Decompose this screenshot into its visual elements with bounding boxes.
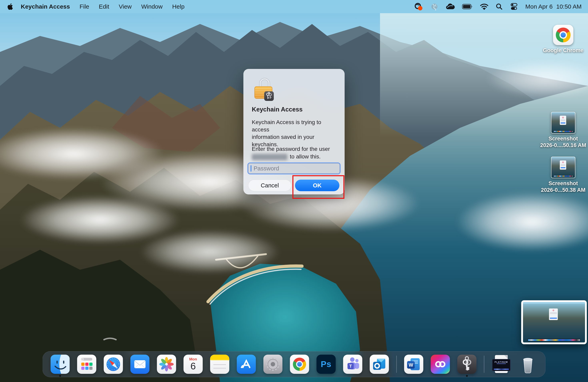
menu-edit[interactable]: Edit [99,3,109,10]
word-logo-letter: W [409,362,413,368]
menu-bar: Keychain Access File Edit View Window He… [0,0,588,13]
desktop-label: Screenshot [541,180,586,187]
dialog-title: Keychain Access [252,106,303,113]
app-store-icon [237,355,256,374]
wifi-icon[interactable] [480,3,488,10]
menu-view[interactable]: View [119,3,132,10]
dock-keychain-access[interactable] [457,355,477,374]
keychain-lock-icon [253,75,276,101]
desktop-label: Screenshot [540,135,586,142]
clock-time: 10:50 AM [556,3,582,10]
dock-notes[interactable] [210,355,230,374]
photoshop-logo-text: Ps [321,360,331,369]
keychain-access-dialog: Keychain Access Keychain Access is tryin… [243,69,345,194]
finder-icon [51,355,70,374]
desktop-label: Google Chrome [543,47,584,54]
running-indicator [59,375,61,377]
desktop-icon-screenshot-1[interactable]: Screenshot 2026-0....50.16 AM [539,112,587,149]
prompt-line1: Enter the password for the user [252,146,330,152]
dock: Mon 6 [42,351,546,377]
screen-record-indicator-icon[interactable] [414,2,423,11]
menu-clock[interactable]: Mon Apr 6 10:50 AM [525,3,582,10]
dock-app-store[interactable] [237,355,256,374]
dock-safari[interactable] [104,355,123,374]
notes-icon [210,355,230,374]
dock-launchpad[interactable] [77,355,96,374]
menu-app-name[interactable]: Keychain Access [21,3,70,10]
password-input[interactable] [248,163,340,174]
cloud-sync-icon[interactable] [446,3,455,10]
system-settings-icon [263,355,283,374]
calendar-day: 6 [184,361,203,372]
dock-photoshop[interactable]: Ps [316,355,336,374]
apple-menu-icon[interactable] [8,3,13,10]
adobe-creative-cloud-icon [431,355,450,374]
dock-google-chrome[interactable] [290,355,309,374]
password-field-focus-ring [247,162,341,174]
platinum-title: PLATINUM [493,361,510,363]
dock-divider [396,356,397,373]
macos-desktop: Keychain Access File Edit View Window He… [0,0,588,382]
dock-photos[interactable] [157,355,176,374]
text-caret [251,165,252,172]
dock-mail[interactable] [130,355,150,374]
clock-date: Mon Apr 6 [525,3,553,10]
dock-calendar[interactable]: Mon 6 [184,355,203,374]
trash-icon [518,355,538,374]
screenshot-thumbnail [551,157,575,178]
launchpad-icon [77,355,96,374]
screenshot-preview-popup[interactable] [521,300,587,344]
microsoft-word-icon: W [404,355,423,374]
dock-microsoft-outlook[interactable] [370,355,389,374]
spotlight-search-icon[interactable] [496,3,503,10]
dock-divider [484,356,484,373]
dock-trash[interactable] [518,355,538,374]
dock-microsoft-teams[interactable]: T [343,355,362,374]
menu-window[interactable]: Window [141,3,163,10]
dock-microsoft-word[interactable]: W [404,355,423,374]
video-thumbnail: PLATINUM [492,359,511,371]
microsoft-teams-icon: T [343,355,362,374]
photoshop-icon: Ps [316,355,336,374]
google-chrome-icon [553,25,573,45]
photos-icon [157,355,176,374]
safari-icon [104,355,123,374]
redacted-username [252,154,287,160]
calendar-icon: Mon 6 [184,355,203,374]
cancel-button[interactable]: Cancel [248,180,291,191]
battery-icon[interactable] [462,4,473,9]
menu-help[interactable]: Help [172,3,185,10]
desktop-label-line2: 2026-0....50.16 AM [540,142,586,149]
keychain-access-icon [457,355,477,374]
teams-logo-letter: T [349,364,352,369]
google-chrome-dock-icon [290,355,309,374]
dock-system-settings[interactable] [263,355,283,374]
menu-file[interactable]: File [80,3,89,10]
desktop-icon-screenshot-2[interactable]: Screenshot 2026-0...50.38 AM [539,157,587,193]
control-center-icon[interactable] [510,3,518,11]
dialog-prompt: Enter the password for the user to allow… [252,145,340,160]
microsoft-outlook-icon [370,355,389,374]
dock-finder[interactable] [51,355,70,374]
running-indicator [466,375,468,377]
ok-button[interactable]: OK [295,180,339,191]
screenshot-thumbnail [551,112,575,134]
desktop-icon-google-chrome[interactable]: Google Chrome [541,25,585,54]
globe-icon[interactable] [430,3,438,11]
desktop-label-line2: 2026-0...50.38 AM [541,187,586,193]
prompt-line2: to allow this. [290,153,321,160]
mail-icon [130,355,150,374]
dock-adobe-creative-cloud[interactable] [431,355,450,374]
dock-platinum-video-file[interactable]: PLATINUM [492,355,511,374]
dialog-message: Keychain Access is trying to access info… [252,118,338,148]
